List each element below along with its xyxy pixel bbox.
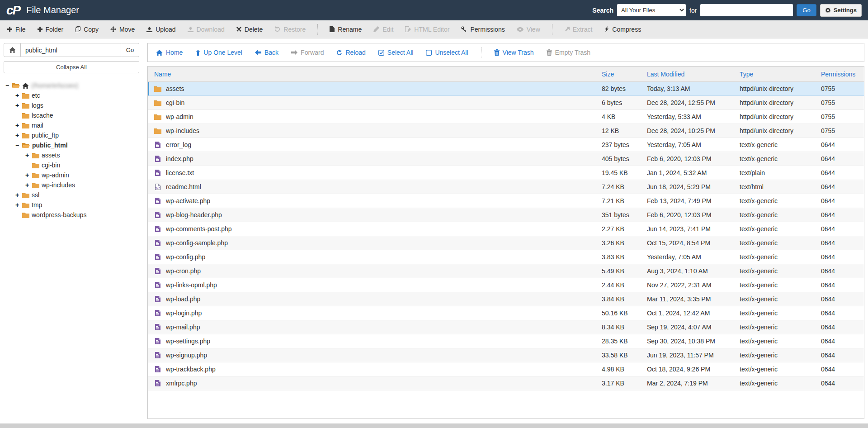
file-name-cell: wp-cron.php — [148, 267, 602, 275]
expand-icon[interactable]: + — [25, 181, 32, 189]
file-size: 237 bytes — [602, 141, 647, 148]
sidebar: Go Collapse All −(/home/erlscoex)+etc+lo… — [4, 43, 139, 419]
column-header-name[interactable]: Name — [148, 71, 602, 78]
tree-item-ssl[interactable]: +ssl — [4, 190, 139, 200]
nav-empty-trash-button: Empty Trash — [547, 49, 591, 56]
file-row-error-log[interactable]: error_log237 bytesYesterday, 7:05 AMtext… — [148, 138, 864, 152]
page-title: File Manager — [26, 5, 79, 15]
file-size: 6 bytes — [602, 99, 647, 106]
file-row-wp-settings-php[interactable]: wp-settings.php28.35 KBSep 30, 2024, 10:… — [148, 334, 864, 348]
settings-button[interactable]: Settings — [820, 4, 862, 17]
expand-icon[interactable]: + — [25, 171, 32, 179]
tree-item-wp-includes[interactable]: +wp-includes — [4, 180, 139, 190]
collapse-icon[interactable]: − — [15, 142, 22, 149]
file-row-wp-links-opml-php[interactable]: wp-links-opml.php2.44 KBNov 27, 2022, 2:… — [148, 278, 864, 292]
folder-icon — [154, 114, 161, 120]
file-row-wp-blog-header-php[interactable]: wp-blog-header.php351 bytesFeb 6, 2020, … — [148, 208, 864, 222]
tree-item-public-html[interactable]: −public_html — [4, 140, 139, 150]
checkbox-empty-icon — [426, 50, 432, 56]
search-go-button[interactable]: Go — [797, 4, 816, 16]
html-file-icon: </> — [154, 184, 161, 190]
nav-unselect-all-button[interactable]: Unselect All — [426, 49, 468, 56]
tree-item-mail[interactable]: +mail — [4, 120, 139, 130]
search-scope-select[interactable]: All Your Files — [617, 4, 686, 16]
path-input[interactable] — [21, 43, 121, 57]
nav-reload-button[interactable]: Reload — [336, 49, 365, 56]
expand-icon[interactable]: + — [15, 102, 22, 109]
tree-item-wordpress-backups[interactable]: wordpress-backups — [4, 210, 139, 220]
path-home-button[interactable] — [4, 43, 21, 57]
column-header-type[interactable]: Type — [740, 71, 821, 78]
nav-up-one-level-button[interactable]: Up One Level — [195, 49, 242, 56]
file-row-license-txt[interactable]: license.txt19.45 KBJan 1, 2024, 5:32 AMt… — [148, 166, 864, 180]
search-input[interactable] — [700, 4, 793, 16]
toolbar-label: Copy — [84, 26, 99, 33]
file-name-cell: wp-load.php — [148, 295, 602, 303]
expand-icon[interactable]: + — [15, 132, 22, 139]
file-size: 3.26 KB — [602, 239, 647, 247]
toolbar-copy-button[interactable]: Copy — [75, 26, 99, 33]
tree-item-label: cgi-bin — [42, 162, 60, 169]
file-row-wp-cron-php[interactable]: wp-cron.php5.49 KBAug 3, 2024, 1:10 AMte… — [148, 264, 864, 278]
tree-item-logs[interactable]: +logs — [4, 100, 139, 110]
tree-item-public-ftp[interactable]: +public_ftp — [4, 130, 139, 140]
collapse-icon[interactable]: − — [5, 82, 12, 89]
file-row-index-php[interactable]: index.php405 bytesFeb 6, 2020, 12:03 PMt… — [148, 152, 864, 166]
nav-view-trash-button[interactable]: View Trash — [494, 49, 534, 56]
file-row-wp-includes[interactable]: wp-includes12 KBDec 28, 2024, 10:25 PMht… — [148, 124, 864, 138]
expand-icon[interactable]: + — [15, 201, 22, 209]
folder-open-icon — [22, 143, 30, 148]
file-row-wp-activate-php[interactable]: wp-activate.php7.21 KBFeb 13, 2024, 7:49… — [148, 194, 864, 208]
file-row-assets[interactable]: assets82 bytesToday, 3:13 AMhttpd/unix-d… — [148, 82, 864, 96]
toolbar-upload-button[interactable]: Upload — [146, 26, 175, 33]
file-row-wp-config-php[interactable]: wp-config.php3.83 KBYesterday, 7:05 AMte… — [148, 250, 864, 264]
tree-item-label: logs — [32, 102, 43, 109]
file-name-cell: cgi-bin — [148, 99, 602, 106]
file-row-wp-config-sample-php[interactable]: wp-config-sample.php3.26 KBOct 15, 2024,… — [148, 236, 864, 250]
file-row-readme-html[interactable]: </>readme.html7.24 KBJun 18, 2024, 5:29 … — [148, 180, 864, 194]
tree-item-cgi-bin[interactable]: cgi-bin — [4, 160, 139, 170]
file-row-wp-login-php[interactable]: wp-login.php50.16 KBOct 1, 2024, 12:42 A… — [148, 306, 864, 320]
toolbar-delete-button[interactable]: Delete — [236, 26, 263, 33]
file-size: 405 bytes — [602, 155, 647, 162]
expand-icon[interactable]: + — [25, 152, 32, 159]
file-row-wp-comments-post-php[interactable]: wp-comments-post.php2.27 KBJun 14, 2023,… — [148, 222, 864, 236]
expand-icon[interactable]: + — [15, 191, 22, 199]
path-go-button[interactable]: Go — [121, 43, 139, 57]
collapse-all-button[interactable]: Collapse All — [4, 61, 139, 73]
nav-select-all-button[interactable]: Select All — [378, 49, 414, 56]
tree-item-assets[interactable]: +assets — [4, 150, 139, 160]
file-type: text/x-generic — [740, 239, 821, 247]
file-row-xmlrpc-php[interactable]: xmlrpc.php3.17 KBMar 2, 2024, 7:19 PMtex… — [148, 376, 864, 390]
file-name-cell: index.php — [148, 155, 602, 162]
file-row-cgi-bin[interactable]: cgi-bin6 bytesDec 28, 2024, 12:55 PMhttp… — [148, 96, 864, 110]
file-row-wp-load-php[interactable]: wp-load.php3.84 KBMar 11, 2024, 3:35 PMt… — [148, 292, 864, 306]
tree-item-lscache[interactable]: lscache — [4, 110, 139, 120]
folder-icon — [22, 93, 29, 99]
toolbar-compress-button[interactable]: Compress — [604, 26, 641, 33]
file-row-wp-signup-php[interactable]: wp-signup.php33.58 KBJun 19, 2023, 11:57… — [148, 348, 864, 362]
column-header-size[interactable]: Size — [602, 71, 647, 78]
tree-item-wp-admin[interactable]: +wp-admin — [4, 170, 139, 180]
toolbar-rename-button[interactable]: Rename — [330, 26, 362, 33]
column-header-last-modified[interactable]: Last Modified — [647, 71, 740, 78]
nav-back-button[interactable]: Back — [255, 49, 278, 56]
file-name-cell: assets — [148, 85, 602, 92]
toolbar-folder-button[interactable]: Folder — [38, 26, 64, 33]
expand-icon[interactable]: + — [15, 92, 22, 99]
file-row-wp-mail-php[interactable]: wp-mail.php8.34 KBSep 19, 2024, 4:07 AMt… — [148, 320, 864, 334]
toolbar-permissions-button[interactable]: Permissions — [461, 26, 505, 33]
tree-item-etc[interactable]: +etc — [4, 90, 139, 100]
nav-home-button[interactable]: Home — [156, 49, 183, 56]
toolbar-file-button[interactable]: File — [7, 26, 26, 33]
column-header-permissions[interactable]: Permissions — [821, 71, 864, 78]
nav-label: Unselect All — [435, 49, 468, 56]
tree-item-tmp[interactable]: +tmp — [4, 200, 139, 210]
file-row-wp-trackback-php[interactable]: wp-trackback.php4.98 KBOct 18, 2024, 9:2… — [148, 362, 864, 376]
expand-icon[interactable]: + — [15, 122, 22, 129]
tree-item-home-erlscoex[interactable]: −(/home/erlscoex) — [4, 81, 139, 90]
file-size: 12 KB — [602, 127, 647, 134]
toolbar-move-button[interactable]: Move — [110, 26, 135, 33]
file-row-wp-admin[interactable]: wp-admin4 KBYesterday, 5:33 AMhttpd/unix… — [148, 110, 864, 124]
directory-tree: −(/home/erlscoex)+etc+logslscache+mail+p… — [4, 81, 139, 220]
